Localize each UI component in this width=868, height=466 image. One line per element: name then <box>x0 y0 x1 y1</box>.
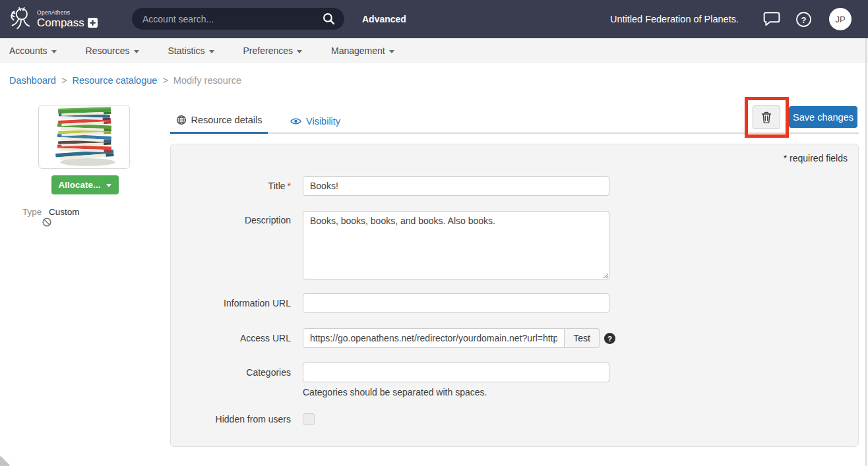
plus-badge-icon <box>88 18 98 28</box>
description-textarea[interactable]: Books, books, books, and books. Also boo… <box>303 211 609 279</box>
information-url-input[interactable] <box>303 293 609 313</box>
account-search-box[interactable] <box>132 8 344 30</box>
tab-bar: Resource details Visibility <box>170 108 354 134</box>
resource-details-panel: * required fields Title* Description Boo… <box>170 144 859 447</box>
chevron-down-icon <box>389 50 394 53</box>
save-changes-button[interactable]: Save changes <box>789 106 857 128</box>
resource-type: Type Custom <box>22 207 80 217</box>
information-url-label: Information URL <box>171 293 291 313</box>
not-allowed-icon <box>42 218 51 227</box>
books-image <box>39 105 130 169</box>
access-url-input[interactable] <box>303 328 565 348</box>
avatar[interactable]: JP <box>829 8 852 30</box>
delete-resource-button[interactable] <box>753 105 780 129</box>
svg-text:?: ? <box>801 15 807 25</box>
advanced-search-link[interactable]: Advanced <box>362 0 406 38</box>
chevron-down-icon <box>134 50 139 53</box>
help-icon[interactable]: ? <box>795 11 812 28</box>
svg-text:?: ? <box>607 334 612 342</box>
title-input[interactable] <box>303 176 609 196</box>
chat-icon[interactable] <box>763 11 780 28</box>
type-value: Custom <box>49 207 80 217</box>
nav-item-management[interactable]: Management <box>331 45 394 56</box>
top-bar: OpenAthens Compass Advanced Untitled Fed… <box>0 0 868 38</box>
search-icon[interactable] <box>323 13 335 25</box>
required-fields-note: * required fields <box>171 144 858 163</box>
eye-icon <box>290 117 301 125</box>
description-label: Description <box>171 211 291 279</box>
access-url-help-icon[interactable]: ? <box>604 333 615 344</box>
brand-logo[interactable]: OpenAthens Compass <box>8 5 98 34</box>
breadcrumb-current: Modify resource <box>173 75 241 86</box>
chevron-down-icon <box>106 184 111 187</box>
resource-thumbnail <box>38 105 130 169</box>
breadcrumb-dashboard[interactable]: Dashboard <box>9 75 56 86</box>
brand-line1: OpenAthens <box>37 10 98 16</box>
breadcrumb-resource-catalogue[interactable]: Resource catalogue <box>72 75 157 86</box>
required-asterisk: * <box>288 181 291 191</box>
globe-icon <box>176 115 187 125</box>
breadcrumb-separator: > <box>61 75 67 86</box>
categories-help-text: Categories should be separated with spac… <box>303 387 609 397</box>
breadcrumb-separator: > <box>162 75 168 86</box>
chevron-down-icon <box>51 50 57 53</box>
tab-visibility[interactable]: Visibility <box>277 108 354 134</box>
organisation-name: Untitled Federation of Planets. <box>610 0 739 38</box>
breadcrumb: Dashboard > Resource catalogue > Modify … <box>9 75 241 86</box>
openathens-logo-icon <box>8 5 33 34</box>
brand-line2: Compass <box>37 17 84 28</box>
allocate-button[interactable]: Allocate... <box>51 175 119 194</box>
nav-item-resources[interactable]: Resources <box>86 45 139 56</box>
test-url-button[interactable]: Test <box>565 328 600 348</box>
avatar-initials: JP <box>835 15 845 24</box>
chevron-down-icon <box>209 50 214 53</box>
account-search-input[interactable] <box>142 14 323 24</box>
trash-icon <box>761 111 772 123</box>
window-edge-line <box>865 38 867 466</box>
main-nav: Accounts Resources Statistics Preference… <box>0 38 868 63</box>
chevron-down-icon <box>297 50 302 53</box>
hidden-from-users-checkbox[interactable] <box>303 413 315 425</box>
nav-item-preferences[interactable]: Preferences <box>243 45 302 56</box>
hidden-from-users-label: Hidden from users <box>171 414 291 424</box>
nav-item-accounts[interactable]: Accounts <box>9 45 57 56</box>
tab-resource-details[interactable]: Resource details <box>170 108 268 134</box>
bottom-left-artifact <box>0 456 10 466</box>
categories-label: Categories <box>171 363 291 397</box>
access-url-label: Access URL <box>171 328 291 348</box>
categories-input[interactable] <box>303 363 609 382</box>
type-label: Type <box>22 207 42 217</box>
title-label: Title* <box>171 176 291 196</box>
nav-item-statistics[interactable]: Statistics <box>168 45 214 56</box>
